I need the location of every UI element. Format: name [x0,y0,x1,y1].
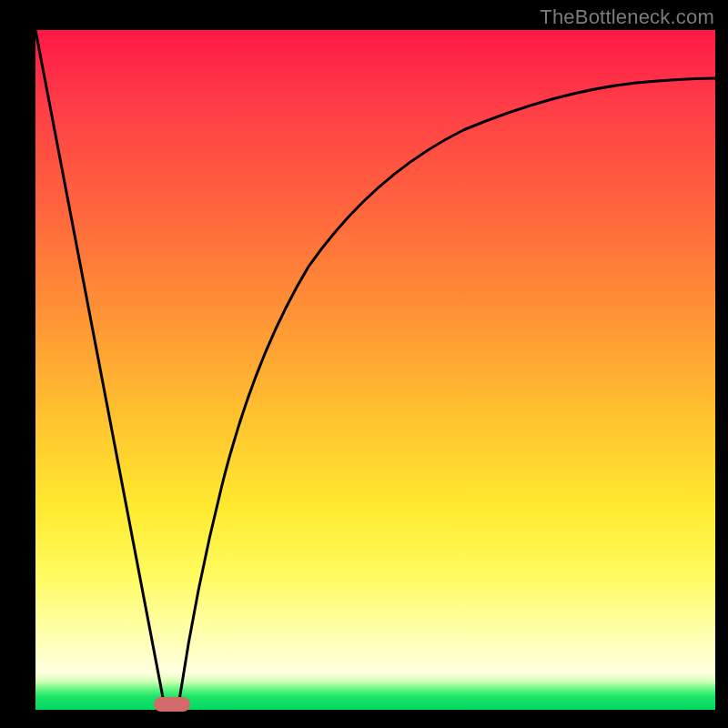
chart-frame: TheBottleneck.com [0,0,728,728]
bottleneck-marker [154,697,190,712]
watermark-text: TheBottleneck.com [540,5,714,29]
plot-area [35,30,715,710]
curve-right-segment [178,78,715,707]
curve-layer [35,30,715,710]
curve-left-segment [35,30,165,707]
